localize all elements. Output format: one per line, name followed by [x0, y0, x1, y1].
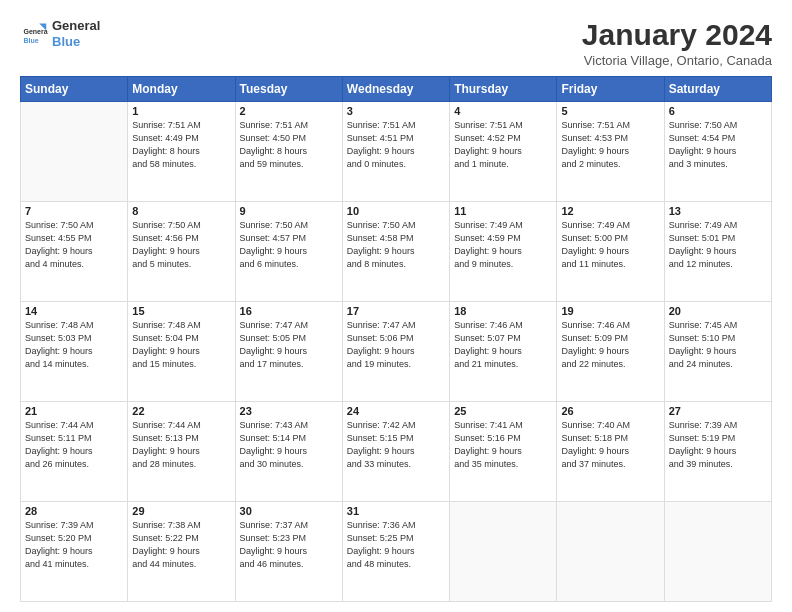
month-title: January 2024: [582, 18, 772, 51]
calendar-day-header: Wednesday: [342, 77, 449, 102]
svg-text:General: General: [24, 28, 49, 35]
calendar-day-header: Sunday: [21, 77, 128, 102]
day-number: 6: [669, 105, 767, 117]
calendar-cell: 3Sunrise: 7:51 AMSunset: 4:51 PMDaylight…: [342, 102, 449, 202]
calendar-week-row: 28Sunrise: 7:39 AMSunset: 5:20 PMDayligh…: [21, 502, 772, 602]
calendar-cell: 28Sunrise: 7:39 AMSunset: 5:20 PMDayligh…: [21, 502, 128, 602]
day-info: Sunrise: 7:47 AMSunset: 5:06 PMDaylight:…: [347, 319, 445, 371]
day-info: Sunrise: 7:48 AMSunset: 5:04 PMDaylight:…: [132, 319, 230, 371]
day-info: Sunrise: 7:49 AMSunset: 5:00 PMDaylight:…: [561, 219, 659, 271]
day-number: 27: [669, 405, 767, 417]
day-number: 23: [240, 405, 338, 417]
day-number: 3: [347, 105, 445, 117]
calendar-cell: 19Sunrise: 7:46 AMSunset: 5:09 PMDayligh…: [557, 302, 664, 402]
day-info: Sunrise: 7:45 AMSunset: 5:10 PMDaylight:…: [669, 319, 767, 371]
calendar-cell: 13Sunrise: 7:49 AMSunset: 5:01 PMDayligh…: [664, 202, 771, 302]
day-info: Sunrise: 7:51 AMSunset: 4:52 PMDaylight:…: [454, 119, 552, 171]
day-info: Sunrise: 7:51 AMSunset: 4:50 PMDaylight:…: [240, 119, 338, 171]
calendar-cell: 21Sunrise: 7:44 AMSunset: 5:11 PMDayligh…: [21, 402, 128, 502]
day-info: Sunrise: 7:49 AMSunset: 5:01 PMDaylight:…: [669, 219, 767, 271]
day-number: 9: [240, 205, 338, 217]
day-info: Sunrise: 7:50 AMSunset: 4:57 PMDaylight:…: [240, 219, 338, 271]
day-info: Sunrise: 7:50 AMSunset: 4:56 PMDaylight:…: [132, 219, 230, 271]
day-number: 29: [132, 505, 230, 517]
day-info: Sunrise: 7:49 AMSunset: 4:59 PMDaylight:…: [454, 219, 552, 271]
svg-text:Blue: Blue: [24, 36, 39, 43]
day-info: Sunrise: 7:36 AMSunset: 5:25 PMDaylight:…: [347, 519, 445, 571]
calendar-cell: 20Sunrise: 7:45 AMSunset: 5:10 PMDayligh…: [664, 302, 771, 402]
day-number: 18: [454, 305, 552, 317]
calendar-cell: 5Sunrise: 7:51 AMSunset: 4:53 PMDaylight…: [557, 102, 664, 202]
day-number: 4: [454, 105, 552, 117]
day-info: Sunrise: 7:46 AMSunset: 5:07 PMDaylight:…: [454, 319, 552, 371]
calendar-day-header: Monday: [128, 77, 235, 102]
day-info: Sunrise: 7:48 AMSunset: 5:03 PMDaylight:…: [25, 319, 123, 371]
logo: General Blue GeneralBlue: [20, 18, 100, 49]
calendar-cell: [450, 502, 557, 602]
day-number: 28: [25, 505, 123, 517]
day-number: 12: [561, 205, 659, 217]
calendar-cell: 14Sunrise: 7:48 AMSunset: 5:03 PMDayligh…: [21, 302, 128, 402]
day-number: 15: [132, 305, 230, 317]
calendar-cell: 15Sunrise: 7:48 AMSunset: 5:04 PMDayligh…: [128, 302, 235, 402]
day-info: Sunrise: 7:50 AMSunset: 4:58 PMDaylight:…: [347, 219, 445, 271]
day-number: 24: [347, 405, 445, 417]
day-number: 22: [132, 405, 230, 417]
calendar-cell: 6Sunrise: 7:50 AMSunset: 4:54 PMDaylight…: [664, 102, 771, 202]
day-info: Sunrise: 7:40 AMSunset: 5:18 PMDaylight:…: [561, 419, 659, 471]
logo-text: GeneralBlue: [52, 18, 100, 49]
day-number: 5: [561, 105, 659, 117]
calendar-week-row: 7Sunrise: 7:50 AMSunset: 4:55 PMDaylight…: [21, 202, 772, 302]
day-info: Sunrise: 7:41 AMSunset: 5:16 PMDaylight:…: [454, 419, 552, 471]
day-number: 10: [347, 205, 445, 217]
day-info: Sunrise: 7:50 AMSunset: 4:55 PMDaylight:…: [25, 219, 123, 271]
calendar-cell: 23Sunrise: 7:43 AMSunset: 5:14 PMDayligh…: [235, 402, 342, 502]
day-info: Sunrise: 7:46 AMSunset: 5:09 PMDaylight:…: [561, 319, 659, 371]
calendar-cell: 29Sunrise: 7:38 AMSunset: 5:22 PMDayligh…: [128, 502, 235, 602]
day-number: 26: [561, 405, 659, 417]
calendar-cell: [21, 102, 128, 202]
calendar-cell: 4Sunrise: 7:51 AMSunset: 4:52 PMDaylight…: [450, 102, 557, 202]
day-number: 7: [25, 205, 123, 217]
calendar-cell: 16Sunrise: 7:47 AMSunset: 5:05 PMDayligh…: [235, 302, 342, 402]
calendar-day-header: Friday: [557, 77, 664, 102]
day-info: Sunrise: 7:47 AMSunset: 5:05 PMDaylight:…: [240, 319, 338, 371]
logo-icon: General Blue: [20, 20, 48, 48]
day-number: 16: [240, 305, 338, 317]
title-block: January 2024 Victoria Village, Ontario, …: [582, 18, 772, 68]
day-info: Sunrise: 7:43 AMSunset: 5:14 PMDaylight:…: [240, 419, 338, 471]
calendar-cell: 27Sunrise: 7:39 AMSunset: 5:19 PMDayligh…: [664, 402, 771, 502]
calendar-cell: 8Sunrise: 7:50 AMSunset: 4:56 PMDaylight…: [128, 202, 235, 302]
day-number: 11: [454, 205, 552, 217]
calendar-header-row: SundayMondayTuesdayWednesdayThursdayFrid…: [21, 77, 772, 102]
day-info: Sunrise: 7:37 AMSunset: 5:23 PMDaylight:…: [240, 519, 338, 571]
day-number: 2: [240, 105, 338, 117]
day-info: Sunrise: 7:44 AMSunset: 5:11 PMDaylight:…: [25, 419, 123, 471]
calendar-cell: 22Sunrise: 7:44 AMSunset: 5:13 PMDayligh…: [128, 402, 235, 502]
day-info: Sunrise: 7:38 AMSunset: 5:22 PMDaylight:…: [132, 519, 230, 571]
calendar-week-row: 14Sunrise: 7:48 AMSunset: 5:03 PMDayligh…: [21, 302, 772, 402]
day-info: Sunrise: 7:44 AMSunset: 5:13 PMDaylight:…: [132, 419, 230, 471]
day-number: 25: [454, 405, 552, 417]
calendar-cell: [664, 502, 771, 602]
day-number: 8: [132, 205, 230, 217]
calendar-cell: 24Sunrise: 7:42 AMSunset: 5:15 PMDayligh…: [342, 402, 449, 502]
header: General Blue GeneralBlue January 2024 Vi…: [20, 18, 772, 68]
day-number: 19: [561, 305, 659, 317]
location: Victoria Village, Ontario, Canada: [582, 53, 772, 68]
calendar-cell: 18Sunrise: 7:46 AMSunset: 5:07 PMDayligh…: [450, 302, 557, 402]
day-number: 20: [669, 305, 767, 317]
day-number: 17: [347, 305, 445, 317]
calendar-cell: 31Sunrise: 7:36 AMSunset: 5:25 PMDayligh…: [342, 502, 449, 602]
day-number: 31: [347, 505, 445, 517]
calendar-cell: 7Sunrise: 7:50 AMSunset: 4:55 PMDaylight…: [21, 202, 128, 302]
calendar-week-row: 21Sunrise: 7:44 AMSunset: 5:11 PMDayligh…: [21, 402, 772, 502]
day-info: Sunrise: 7:51 AMSunset: 4:53 PMDaylight:…: [561, 119, 659, 171]
calendar-day-header: Thursday: [450, 77, 557, 102]
day-info: Sunrise: 7:51 AMSunset: 4:51 PMDaylight:…: [347, 119, 445, 171]
calendar-cell: 9Sunrise: 7:50 AMSunset: 4:57 PMDaylight…: [235, 202, 342, 302]
day-number: 14: [25, 305, 123, 317]
calendar-cell: 26Sunrise: 7:40 AMSunset: 5:18 PMDayligh…: [557, 402, 664, 502]
day-number: 13: [669, 205, 767, 217]
calendar-cell: 17Sunrise: 7:47 AMSunset: 5:06 PMDayligh…: [342, 302, 449, 402]
